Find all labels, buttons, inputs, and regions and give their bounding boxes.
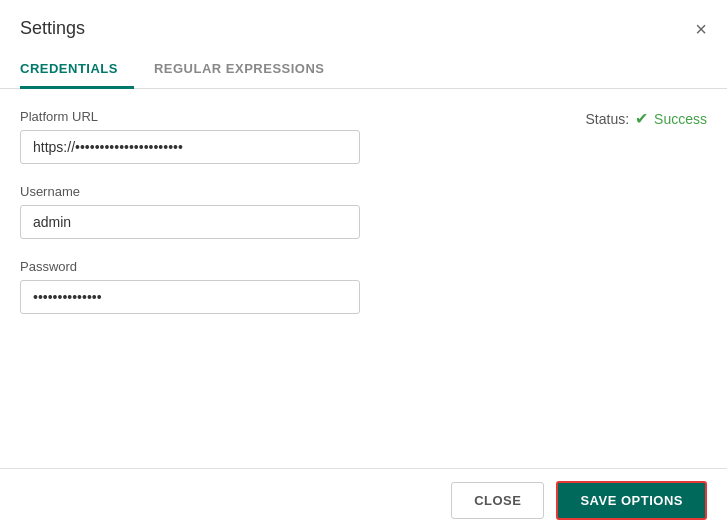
password-label: Password [20,259,707,274]
check-circle-icon: ✔ [635,109,648,128]
username-label: Username [20,184,707,199]
password-group: Password [20,259,707,314]
settings-dialog: Settings × CREDENTIALS REGULAR EXPRESSIO… [0,0,727,532]
status-row: Status: ✔ Success [585,109,707,128]
username-group: Username [20,184,707,239]
dialog-footer: CLOSE SAVE OPTIONS [0,468,727,532]
dialog-header: Settings × [0,0,727,39]
save-options-button[interactable]: SAVE OPTIONS [556,481,707,520]
tab-credentials[interactable]: CREDENTIALS [20,51,134,89]
status-label: Status: [585,111,629,127]
password-input[interactable] [20,280,360,314]
dialog-title: Settings [20,18,85,39]
username-input[interactable] [20,205,360,239]
close-x-button[interactable]: × [695,19,707,39]
tab-regular-expressions[interactable]: REGULAR EXPRESSIONS [154,51,341,89]
status-value: Success [654,111,707,127]
dialog-body: Status: ✔ Success Platform URL Username … [0,89,727,468]
platform-url-input[interactable] [20,130,360,164]
close-button[interactable]: CLOSE [451,482,544,519]
tabs-bar: CREDENTIALS REGULAR EXPRESSIONS [0,51,727,89]
